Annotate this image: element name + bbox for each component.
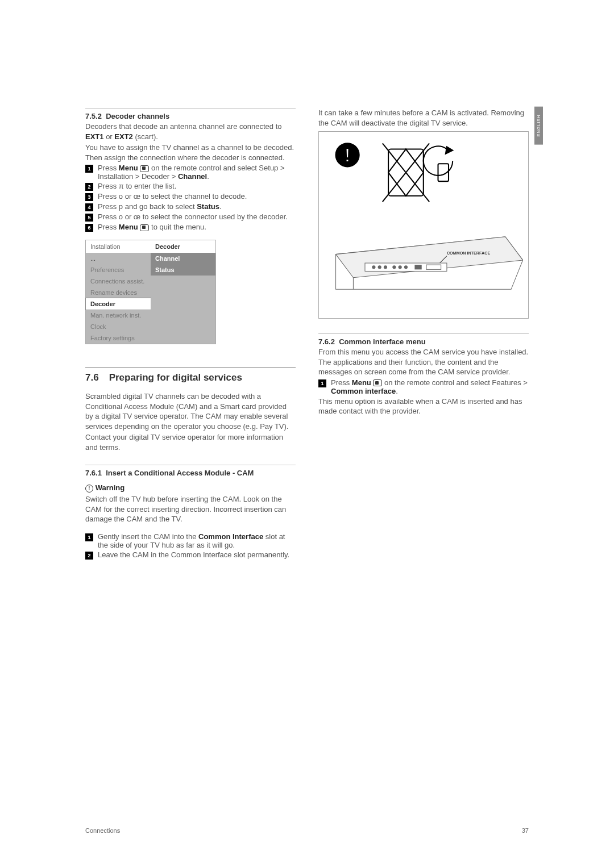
svg-text:!: ! bbox=[345, 144, 351, 166]
menu-icon bbox=[140, 165, 149, 172]
right-column: It can take a few minutes before a CAM i… bbox=[318, 102, 529, 561]
decoder-assign-text: You have to assign the TV channel as a c… bbox=[85, 143, 296, 162]
step-1-icon: 1 bbox=[85, 165, 93, 173]
footer-section: Connections bbox=[85, 827, 120, 834]
decoder-steps: 1 Press Menu on the remote control and s… bbox=[85, 164, 296, 232]
warning-icon: ! bbox=[85, 485, 93, 493]
section-7-5-2-title: 7.5.2 Decoder channels bbox=[85, 112, 296, 120]
menu-icon bbox=[373, 379, 382, 386]
step-2-icon: 2 bbox=[85, 183, 93, 191]
cam-insert-steps: 1 Gently insert the CAM into the Common … bbox=[85, 532, 296, 560]
svg-point-11 bbox=[372, 265, 376, 269]
left-column: 7.5.2 Decoder channels Decoders that dec… bbox=[85, 102, 296, 561]
menu-icon bbox=[140, 224, 149, 231]
page-footer: Connections 37 bbox=[85, 827, 529, 834]
svg-rect-17 bbox=[415, 265, 422, 269]
ci-menu-steps: 1 Press Menu on the remote control and s… bbox=[318, 378, 529, 395]
ci-menu-text: From this menu you access the CAM servic… bbox=[318, 347, 529, 377]
warning-text: Switch off the TV hub before inserting t… bbox=[85, 494, 296, 524]
cam-activation-text: It can take a few minutes before a CAM i… bbox=[318, 108, 529, 128]
step-3-icon: 3 bbox=[85, 193, 93, 201]
decoder-intro: Decoders that decode an antenna channel … bbox=[85, 122, 296, 141]
section-7-6-1-title: 7.6.1 Insert a Conditional Access Module… bbox=[85, 469, 296, 477]
tv-hub-illustration: ! COMMON INTERF bbox=[318, 131, 529, 319]
step-4-icon: 4 bbox=[85, 203, 93, 211]
ci-menu-availability: This menu option is available when a CAM… bbox=[318, 397, 529, 416]
svg-point-14 bbox=[393, 265, 396, 269]
common-interface-label: COMMON INTERFACE bbox=[447, 251, 490, 256]
language-tab: ENGLISH bbox=[534, 107, 543, 145]
step-6-icon: 6 bbox=[85, 224, 93, 232]
footer-page-number: 37 bbox=[522, 827, 529, 834]
section-7-6-heading: 7.6 Preparing for digital services bbox=[85, 372, 296, 383]
step-5-icon: 5 bbox=[85, 214, 93, 222]
svg-point-16 bbox=[404, 265, 408, 269]
cam-intro-1: Scrambled digital TV channels can be dec… bbox=[85, 391, 296, 431]
installation-menu-screenshot: InstallationDecoder ...Channel Preferenc… bbox=[85, 240, 216, 344]
svg-rect-18 bbox=[426, 265, 441, 269]
step-2-icon: 2 bbox=[85, 552, 93, 560]
cam-intro-2: Contact your digital TV service operator… bbox=[85, 432, 296, 452]
step-1-icon: 1 bbox=[318, 379, 326, 387]
warning-label: ! Warning bbox=[85, 483, 296, 493]
section-7-6-2-title: 7.6.2 Common interface menu bbox=[318, 337, 529, 346]
svg-point-12 bbox=[378, 265, 381, 269]
step-1-icon: 1 bbox=[85, 533, 93, 541]
svg-marker-6 bbox=[446, 147, 453, 154]
svg-point-15 bbox=[399, 265, 402, 269]
svg-point-13 bbox=[384, 265, 387, 269]
